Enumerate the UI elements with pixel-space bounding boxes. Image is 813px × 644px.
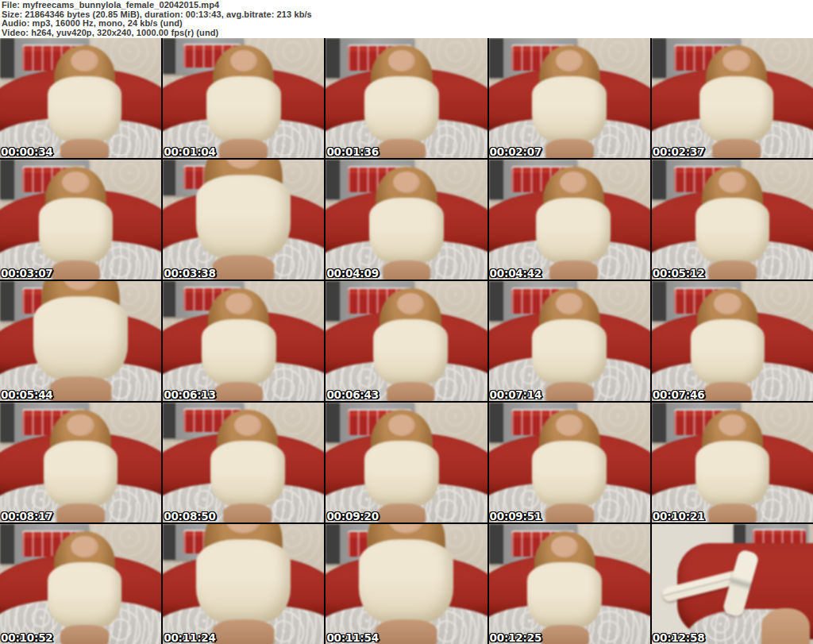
thumbnail-timestamp: 00:09:51	[490, 510, 542, 523]
person-figure	[652, 160, 813, 280]
face-shape	[722, 50, 750, 71]
sweater-shape	[364, 76, 438, 141]
thumbnail-timestamp: 00:11:24	[164, 631, 216, 644]
person-figure	[489, 38, 650, 158]
sweater-shape	[206, 76, 280, 141]
thumbnail-image	[489, 524, 650, 644]
sweater-shape	[373, 319, 447, 384]
thumbnail-image	[326, 403, 487, 523]
thumbnail-image	[652, 160, 813, 280]
person-figure	[163, 524, 324, 644]
person-figure	[652, 281, 808, 401]
legs-shape	[50, 376, 112, 401]
person-figure	[326, 524, 487, 644]
person-figure	[656, 38, 813, 158]
video-thumbnail: 00:10:21	[652, 403, 813, 523]
thumbnail-image	[489, 38, 650, 158]
legs-shape	[213, 255, 275, 280]
sweater-shape	[202, 319, 275, 384]
person-figure	[326, 403, 482, 523]
person-figure	[0, 281, 161, 401]
thumbnail-image	[0, 403, 161, 523]
face-shape	[234, 415, 262, 436]
thumbnail-timestamp: 00:08:50	[164, 510, 216, 523]
face-shape	[556, 415, 584, 436]
sweater-shape	[691, 319, 765, 384]
legs-shape	[56, 503, 105, 523]
face-shape	[388, 415, 416, 436]
face-shape	[230, 50, 258, 71]
sweater-shape	[39, 198, 113, 263]
face-shape	[556, 50, 584, 71]
sweater-shape	[699, 76, 773, 141]
thumbnail-image	[163, 524, 324, 644]
video-thumbnail: 00:12:25	[489, 524, 650, 644]
thumbnail-image	[163, 160, 324, 280]
face-shape	[556, 293, 584, 314]
thumbnail-image	[652, 524, 813, 644]
video-thumbnail: 00:09:20	[326, 403, 487, 523]
thumbnail-timestamp: 00:03:38	[164, 267, 216, 280]
thumbnail-timestamp: 00:03:07	[1, 267, 53, 280]
sweater-shape	[369, 198, 443, 263]
thumbnail-timestamp: 00:08:17	[1, 510, 53, 523]
sweater-shape	[695, 198, 769, 263]
sweater-shape	[532, 319, 606, 384]
legs-shape	[213, 619, 275, 644]
thumbnail-timestamp: 00:07:46	[653, 388, 705, 401]
person-figure	[0, 403, 161, 523]
person-figure	[163, 160, 324, 280]
video-thumbnail: 00:10:52	[0, 524, 161, 644]
face-shape	[393, 172, 421, 193]
thumbnail-image	[0, 38, 161, 158]
video-thumbnail: 00:03:38	[163, 160, 324, 280]
video-thumbnail: 00:08:50	[163, 403, 324, 523]
thumbnail-timestamp: 00:02:37	[653, 145, 705, 158]
thumbnail-timestamp: 00:09:20	[326, 510, 379, 523]
audio-info-line: Audio: mp3, 16000 Hz, mono, 24 kb/s (und…	[2, 19, 813, 29]
video-thumbnail: 00:00:34	[0, 38, 161, 158]
thumbnail-image	[0, 160, 161, 280]
person-figure	[329, 281, 487, 401]
sweater-shape	[695, 441, 769, 506]
legs-shape	[219, 139, 268, 158]
video-thumbnail: 00:06:43	[326, 281, 487, 401]
thigh-shape	[761, 608, 810, 644]
sweater-shape	[48, 562, 121, 627]
legs-shape	[541, 625, 589, 644]
video-thumbnail: 00:12:58	[652, 524, 813, 644]
legs-shape	[376, 619, 437, 644]
person-figure	[326, 160, 487, 280]
legs-shape	[60, 139, 109, 158]
sweater-shape	[537, 198, 611, 263]
thumbnail-timestamp: 00:04:09	[326, 267, 379, 280]
face-shape	[388, 50, 416, 71]
legs-shape	[377, 503, 426, 523]
sweater-shape	[364, 441, 438, 506]
video-thumbnail: 00:11:24	[163, 524, 324, 644]
thumbnail-image	[489, 403, 650, 523]
person-figure	[163, 38, 324, 158]
legs-shape	[545, 382, 594, 401]
legs-shape	[708, 260, 757, 280]
sweater-shape	[210, 441, 284, 506]
legs-shape	[60, 625, 109, 644]
sweater-shape	[33, 297, 129, 380]
legs-shape	[549, 260, 598, 280]
thumbnail-image	[489, 160, 650, 280]
face-shape	[551, 536, 579, 557]
sweater-shape	[48, 76, 121, 141]
face-shape	[225, 293, 252, 314]
thumbnail-timestamp: 00:01:04	[164, 145, 216, 158]
thumbnail-image	[326, 38, 487, 158]
person-figure	[0, 160, 156, 280]
face-shape	[719, 172, 746, 193]
face-shape	[560, 172, 588, 193]
video-thumbnail: 00:03:07	[0, 160, 161, 280]
video-thumbnail: 00:11:54	[326, 524, 487, 644]
thumbnail-timestamp: 00:10:21	[653, 510, 705, 523]
file-name-line: File: myfreecams_bunnylola_female_020420…	[2, 1, 813, 10]
legs-shape	[703, 382, 752, 401]
sweater-shape	[44, 441, 118, 506]
face-shape	[71, 536, 98, 557]
